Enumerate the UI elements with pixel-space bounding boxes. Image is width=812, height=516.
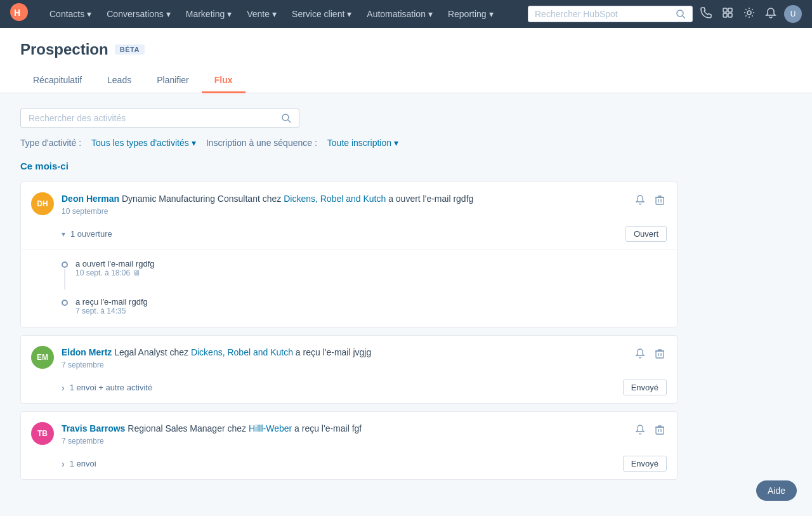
avatar-dh: DH	[31, 192, 54, 215]
timeline-deon: a ouvert l'e-mail rgdfg 10 sept. à 18:06…	[21, 249, 677, 327]
chevron-down-icon	[428, 9, 433, 19]
expand-row-eldon: › 1 envoi + autre activité Envoyé	[21, 380, 677, 403]
nav-contacts[interactable]: Contacts	[43, 5, 98, 23]
chevron-down-icon	[192, 138, 196, 148]
tabs-row: Récapitulatif Leads Planifier Flux	[20, 69, 792, 93]
chevron-right-icon: ›	[62, 383, 65, 393]
tab-recapitulatif[interactable]: Récapitulatif	[20, 69, 95, 93]
bell-icon[interactable]	[632, 192, 648, 210]
activity-search-box[interactable]	[20, 109, 299, 128]
svg-point-9	[282, 114, 289, 121]
settings-icon[interactable]	[741, 4, 757, 23]
nav-service-client[interactable]: Service client	[285, 5, 358, 23]
company-link-dickens-2[interactable]: Dickens, Robel and Kutch	[191, 347, 293, 357]
expand-row-travis: › 1 envoi Envoyé	[21, 456, 677, 479]
chevron-down-icon	[272, 9, 277, 19]
chevron-down-icon: ▾	[62, 230, 65, 239]
card-body-eldon: Eldon Mertz Legal Analyst chez Dickens, …	[62, 346, 625, 369]
expand-row-deon: ▾ 1 ouverture Ouvert	[21, 226, 677, 249]
bell-icon[interactable]	[632, 346, 648, 364]
timeline-line	[64, 269, 65, 289]
hubspot-logo[interactable]: H	[10, 3, 28, 25]
card-date: 10 septembre	[62, 207, 625, 216]
person-link-eldon[interactable]: Eldon Mertz	[62, 347, 112, 357]
card-actions	[632, 192, 667, 210]
svg-line-3	[683, 16, 685, 18]
card-description-eldon: Eldon Mertz Legal Analyst chez Dickens, …	[62, 346, 625, 359]
nav-reporting[interactable]: Reporting	[442, 5, 500, 23]
phone-icon[interactable]	[698, 4, 714, 23]
page-title: Prospection	[20, 41, 108, 58]
svg-rect-19	[656, 427, 664, 434]
filter-sequence-label: Inscription à une séquence :	[206, 138, 317, 148]
chevron-down-icon	[394, 138, 398, 148]
svg-rect-7	[728, 13, 732, 17]
search-input[interactable]	[535, 9, 676, 19]
nav-automatisation[interactable]: Automatisation	[360, 5, 439, 23]
top-navigation: H Contacts Conversations Marketing Vente…	[0, 0, 812, 28]
company-link-hilll-weber[interactable]: Hilll-Weber	[249, 423, 292, 433]
nav-marketing[interactable]: Marketing	[180, 5, 238, 23]
trash-icon[interactable]	[653, 346, 667, 364]
person-link-travis[interactable]: Travis Barrows	[62, 423, 125, 433]
svg-rect-11	[656, 197, 664, 204]
card-body-travis: Travis Barrows Regional Sales Manager ch…	[62, 422, 625, 446]
chevron-down-icon	[347, 9, 351, 19]
help-button[interactable]: Aide	[756, 480, 797, 501]
card-date-eldon: 7 septembre	[62, 361, 625, 369]
expand-toggle-deon[interactable]: ▾ 1 ouverture	[62, 229, 112, 239]
svg-rect-5	[728, 8, 732, 12]
activity-search-input[interactable]	[29, 113, 281, 123]
timeline-dot	[62, 261, 68, 268]
timeline-dot	[62, 300, 68, 306]
svg-point-8	[747, 11, 751, 15]
main-content: Type d'activité : Tous les types d'activ…	[0, 93, 698, 503]
company-link-dickens[interactable]: Dickens, Robel and Kutch	[284, 194, 386, 204]
filter-activity-dropdown[interactable]: Tous les types d'activités	[91, 138, 196, 148]
chevron-down-icon	[489, 9, 494, 19]
nav-items: Contacts Conversations Marketing Vente S…	[43, 5, 528, 23]
status-badge-envoye-travis: Envoyé	[623, 456, 667, 472]
bell-icon[interactable]	[632, 422, 648, 440]
avatar-em: EM	[31, 346, 54, 369]
expand-label-eldon: 1 envoi + autre activité	[70, 383, 152, 392]
tab-flux[interactable]: Flux	[202, 69, 246, 93]
timeline-time-2: 7 sept. à 14:35	[75, 307, 667, 315]
card-main: DH Deon Herman Dynamic Manufacturing Con…	[21, 182, 677, 226]
nav-conversations[interactable]: Conversations	[100, 5, 177, 23]
svg-point-2	[677, 10, 683, 17]
user-avatar[interactable]: U	[784, 5, 802, 23]
filter-sequence-dropdown[interactable]: Toute inscription	[327, 138, 398, 148]
expand-toggle-eldon[interactable]: › 1 envoi + autre activité	[62, 383, 152, 393]
expand-toggle-travis[interactable]: › 1 envoi	[62, 459, 96, 469]
marketplace-icon[interactable]	[719, 4, 736, 23]
global-search[interactable]	[528, 6, 693, 22]
chevron-down-icon	[87, 9, 91, 19]
expand-label-travis: 1 envoi	[70, 459, 96, 468]
timeline-item-1: a ouvert l'e-mail rgdfg 10 sept. à 18:06…	[62, 255, 667, 293]
timeline-item-2: a reçu l'e-mail rgdfg 7 sept. à 14:35	[62, 293, 667, 319]
card-description: Deon Herman Dynamic Manufacturing Consul…	[62, 192, 625, 206]
status-badge-envoye-eldon: Envoyé	[623, 380, 667, 395]
card-description-travis: Travis Barrows Regional Sales Manager ch…	[62, 422, 625, 435]
monitor-icon: 🖥	[133, 268, 140, 277]
page-header: Prospection BÉTA Récapitulatif Leads Pla…	[0, 28, 812, 93]
card-body: Deon Herman Dynamic Manufacturing Consul…	[62, 192, 625, 216]
person-link-deon[interactable]: Deon Herman	[62, 194, 119, 204]
card-actions-travis	[632, 422, 667, 440]
timeline-text: a ouvert l'e-mail rgdfg	[75, 259, 667, 268]
card-actions-eldon	[632, 346, 667, 364]
filters-row: Type d'activité : Tous les types d'activ…	[20, 138, 678, 148]
card-date-travis: 7 septembre	[62, 437, 625, 446]
nav-right: U	[528, 4, 802, 23]
nav-vente[interactable]: Vente	[240, 5, 283, 23]
avatar-tb: TB	[31, 422, 54, 445]
tab-leads[interactable]: Leads	[95, 69, 144, 93]
trash-icon[interactable]	[653, 192, 667, 210]
tab-planifier[interactable]: Planifier	[144, 69, 202, 93]
trash-icon[interactable]	[653, 422, 667, 440]
timeline-content-2: a reçu l'e-mail rgdfg 7 sept. à 14:35	[75, 297, 667, 315]
search-icon	[676, 9, 686, 19]
card-main-eldon: EM Eldon Mertz Legal Analyst chez Dicken…	[21, 336, 677, 380]
notifications-icon[interactable]	[763, 4, 779, 23]
